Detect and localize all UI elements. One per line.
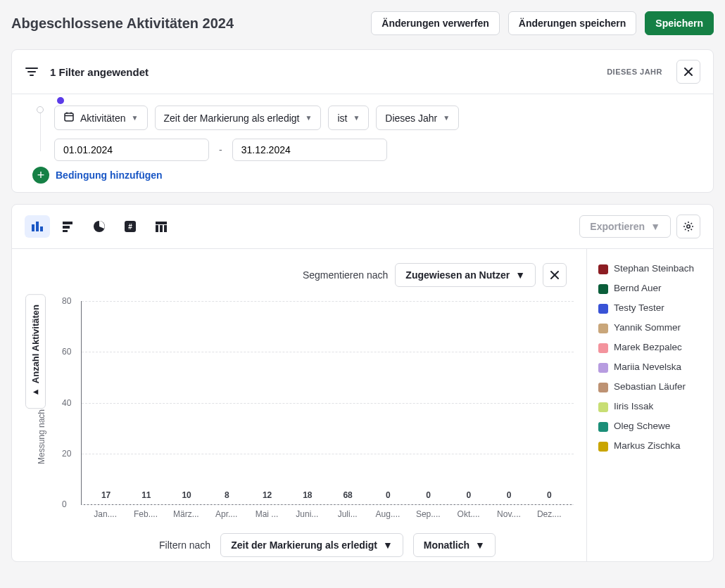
chevron-down-icon: ▼ [515, 269, 525, 281]
legend-swatch [598, 422, 608, 432]
view-pie-chart-button[interactable] [87, 215, 112, 238]
legend-swatch [598, 343, 608, 353]
svg-rect-10 [36, 222, 39, 231]
yaxis-measure-value: Anzahl Aktivitäten [30, 305, 41, 383]
chart-xticks: Jan....Feb....März...Apr....Mai ...Juni.… [81, 505, 574, 519]
legend-item[interactable]: Bernd Auer [598, 283, 702, 294]
bar-total-label: 0 [547, 490, 552, 500]
export-button[interactable]: Exportieren ▼ [579, 215, 671, 238]
svg-rect-19 [156, 225, 158, 232]
legend-swatch [598, 284, 608, 294]
view-table-button[interactable] [149, 215, 174, 238]
legend-item[interactable]: Sebastian Läufer [598, 381, 702, 392]
chevron-down-icon: ▼ [305, 114, 312, 122]
chart-body: Segmentieren nach Zugewiesen an Nutzer ▼… [12, 248, 713, 561]
legend-item[interactable]: Mariia Nevelska [598, 362, 702, 373]
legend-item[interactable]: Stephan Steinbach [598, 263, 702, 274]
legend-item[interactable]: Testy Tester [598, 302, 702, 314]
svg-line-30 [691, 223, 693, 224]
plot-area: 171110812186800000 020406080 Jan....Feb.… [64, 294, 579, 547]
yaxis-measure-button[interactable]: ▸ Anzahl Aktivitäten [25, 294, 46, 409]
view-bar-chart-button[interactable] [56, 215, 81, 238]
filter-period-badge: DIESES JAHR [607, 68, 662, 76]
chevron-down-icon: ▼ [475, 539, 485, 551]
filter-field-chip[interactable]: Zeit der Markierung als erledigt ▼ [155, 106, 322, 130]
legend-item[interactable]: Yannik Sommer [598, 322, 702, 333]
segment-value: Zugewiesen an Nutzer [405, 269, 510, 281]
xtick: Sep.... [408, 509, 448, 519]
legend-item[interactable]: Marek Bezpalec [598, 342, 702, 353]
gridline [82, 454, 574, 454]
filter-value-chip[interactable]: Dieses Jahr ▼ [376, 106, 459, 130]
bar-total-label: 12 [263, 490, 272, 500]
bar-total-label: 8 [225, 490, 229, 500]
chart-grid: 171110812186800000 020406080 [81, 301, 574, 505]
ytick: 0 [62, 499, 67, 509]
chart-toolbar: # Exportieren ▼ [12, 205, 713, 248]
filter-close-button[interactable] [676, 60, 700, 84]
xtick: Okt.... [448, 509, 488, 519]
chevron-down-icon: ▼ [443, 114, 450, 122]
bottom-filter-label: Filtern nach [159, 539, 210, 551]
save-changes-button[interactable]: Änderungen speichern [508, 11, 636, 35]
date-to-input[interactable] [232, 139, 387, 161]
legend-label: Yannik Sommer [614, 322, 681, 333]
segment-row: Segmentieren nach Zugewiesen an Nutzer ▼ [19, 263, 567, 287]
xtick: Apr.... [206, 509, 246, 519]
xtick: Juni... [287, 509, 327, 519]
legend-item[interactable]: Iiris Issak [598, 401, 702, 412]
filter-node [37, 106, 44, 113]
segment-clear-button[interactable] [543, 263, 567, 287]
date-from-input[interactable] [54, 139, 209, 161]
bar-total-label: 11 [141, 490, 151, 500]
bar-total-label: 10 [182, 490, 191, 500]
discard-button[interactable]: Änderungen verwerfen [371, 11, 499, 35]
ytick: 40 [62, 398, 71, 408]
date-range-separator: - [216, 139, 225, 161]
xtick: Aug.... [367, 509, 408, 519]
legend-label: Markus Zischka [614, 440, 681, 451]
gridline [82, 504, 574, 505]
legend-swatch [598, 264, 608, 274]
legend-swatch [598, 383, 608, 392]
segment-select[interactable]: Zugewiesen an Nutzer ▼ [395, 263, 536, 287]
legend-item[interactable]: Oleg Schewe [598, 421, 702, 432]
yaxis-column: ▸ Anzahl Aktivitäten Messung nach [19, 294, 64, 547]
page-title: Abgeschlossene Aktivitäten 2024 [11, 15, 362, 32]
filter-operator-chip[interactable]: ist ▼ [328, 106, 369, 130]
bottom-filter-row: Filtern nach Zeit der Markierung als erl… [81, 519, 574, 563]
svg-line-27 [685, 223, 686, 224]
bar-total-label: 17 [101, 490, 111, 500]
legend-label: Iiris Issak [614, 401, 653, 411]
gridline [82, 403, 574, 404]
view-scorecard-button[interactable]: # [118, 215, 143, 238]
xtick: Mai ... [246, 509, 286, 519]
chart-main: Segmentieren nach Zugewiesen an Nutzer ▼… [12, 249, 586, 561]
svg-rect-11 [40, 226, 43, 231]
chart-settings-button[interactable] [676, 215, 700, 238]
calendar-icon [63, 111, 75, 124]
bottom-filter-interval-select[interactable]: Monatlich ▼ [413, 533, 496, 557]
svg-rect-12 [63, 222, 72, 224]
legend-item[interactable]: Markus Zischka [598, 440, 702, 452]
bottom-filter-field-value: Zeit der Markierung als erledigt [231, 539, 377, 551]
gridline [82, 352, 574, 352]
save-button[interactable]: Speichern [645, 11, 714, 35]
filter-entity-chip[interactable]: Aktivitäten ▼ [54, 106, 148, 130]
legend-swatch [598, 304, 608, 314]
bar-total-label: 0 [426, 490, 431, 500]
bar-total-label: 0 [467, 490, 472, 500]
ytick: 80 [62, 296, 71, 306]
bar-total-label: 0 [507, 490, 512, 500]
filter-date-row: - [54, 139, 700, 161]
xtick: Nov.... [488, 509, 529, 519]
svg-rect-21 [164, 225, 167, 232]
add-condition-icon[interactable]: + [32, 167, 49, 184]
filter-entity-label: Aktivitäten [80, 113, 126, 124]
view-column-chart-button[interactable] [25, 215, 50, 238]
add-condition-link[interactable]: Bedingung hinzufügen [56, 170, 163, 181]
bottom-filter-field-select[interactable]: Zeit der Markierung als erledigt ▼ [220, 533, 403, 557]
legend-label: Bernd Auer [614, 283, 662, 293]
legend-swatch [598, 402, 608, 412]
yaxis-measure-label: Messung nach [37, 419, 46, 464]
